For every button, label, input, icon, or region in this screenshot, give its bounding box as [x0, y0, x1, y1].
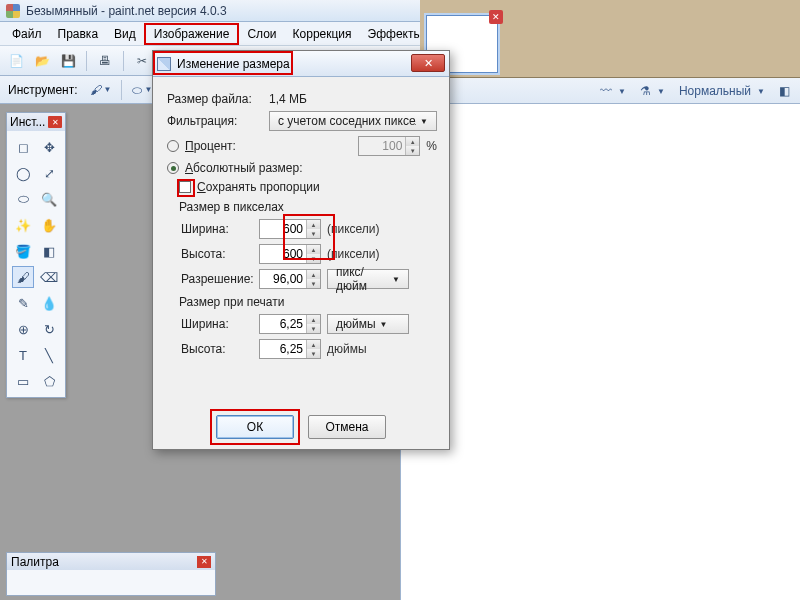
keep-aspect-checkbox[interactable] [179, 181, 191, 193]
right-toolbar: 〰▼ ⚗▼ Нормальный▼ ◧ [600, 84, 790, 98]
print-unit-dropdown[interactable]: дюймы ▼ [327, 314, 409, 334]
brush-icon: 🖌 [90, 83, 102, 97]
spin-down-icon[interactable]: ▼ [306, 349, 320, 358]
resolution-spinner[interactable]: ▲▼ [259, 269, 321, 289]
gradient-tool-icon[interactable]: ◧ [38, 240, 60, 262]
cancel-button[interactable]: Отмена [308, 415, 386, 439]
close-document-icon[interactable]: ✕ [489, 10, 503, 24]
spin-up-icon[interactable]: ▲ [306, 340, 320, 349]
open-file-icon[interactable]: 📂 [32, 51, 52, 71]
dialog-title: Изменение размера [177, 57, 290, 71]
app-logo-icon [6, 4, 20, 18]
tools-window-header[interactable]: Инст... ✕ [7, 113, 65, 131]
ellipse-select-tool-icon[interactable]: ⬭ [12, 188, 34, 210]
chevron-down-icon: ▼ [420, 117, 428, 126]
spin-up-icon[interactable]: ▲ [306, 270, 320, 279]
separator [123, 51, 124, 71]
brush-tool-icon[interactable]: 🖌 [12, 266, 34, 288]
freeform-tool-icon[interactable]: ⬠ [38, 370, 60, 392]
close-icon[interactable]: ✕ [197, 556, 211, 568]
chevron-down-icon: ▼ [392, 275, 400, 284]
spin-down-icon[interactable]: ▼ [306, 279, 320, 288]
menu-file[interactable]: Файл [4, 25, 50, 43]
line-tool-icon[interactable]: ╲ [38, 344, 60, 366]
dialog-close-button[interactable]: ✕ [411, 54, 445, 72]
shape-dropdown[interactable]: ⬭▼ [132, 83, 152, 97]
print-height-input[interactable] [260, 340, 306, 358]
pan-tool-icon[interactable]: ✋ [38, 214, 60, 236]
fill-dropdown[interactable]: ⚗▼ [640, 84, 665, 98]
color-picker-tool-icon[interactable]: 💧 [38, 292, 60, 314]
dialog-titlebar[interactable]: Изменение размера ✕ [153, 51, 449, 77]
fill-tool-icon[interactable]: 🪣 [12, 240, 34, 262]
save-icon[interactable]: 💾 [58, 51, 78, 71]
menu-edit[interactable]: Правка [50, 25, 107, 43]
spin-down-icon[interactable]: ▼ [306, 324, 320, 333]
tool-label: Инструмент: [8, 83, 82, 97]
percent-spinner: ▲▼ [358, 136, 420, 156]
spin-up-icon[interactable]: ▲ [306, 220, 320, 229]
absolute-radio[interactable] [167, 162, 179, 174]
menu-image[interactable]: Изображение [144, 23, 240, 45]
ok-button[interactable]: ОК [216, 415, 294, 439]
cut-icon[interactable]: ✂ [132, 51, 152, 71]
move-selection-tool-icon[interactable]: ⤢ [38, 162, 60, 184]
spin-down-icon: ▼ [405, 146, 419, 155]
print-width-input[interactable] [260, 315, 306, 333]
spin-up-icon: ▲ [405, 137, 419, 146]
menu-adjust[interactable]: Коррекция [285, 25, 360, 43]
px-unit: (пиксели) [327, 247, 380, 261]
blend-mode-dropdown[interactable]: Нормальный▼ [679, 84, 765, 98]
close-icon[interactable]: ✕ [48, 116, 62, 128]
filter-dropdown[interactable]: с учетом соседних пикселов ▼ [269, 111, 437, 131]
flask-icon: ⚗ [640, 84, 651, 98]
spin-down-icon[interactable]: ▼ [306, 254, 320, 263]
print-width-spinner[interactable]: ▲▼ [259, 314, 321, 334]
spin-down-icon[interactable]: ▼ [306, 229, 320, 238]
tools-window-title: Инст... [10, 115, 45, 129]
print-unit-label: дюймы [327, 342, 367, 356]
resolution-label: Разрешение: [167, 272, 253, 286]
width-px-input[interactable] [260, 220, 306, 238]
opacity-icon[interactable]: ◧ [779, 84, 790, 98]
percent-radio[interactable] [167, 140, 179, 152]
percent-input [359, 137, 405, 155]
move-tool-icon[interactable]: ✥ [38, 136, 60, 158]
resize-icon [157, 57, 171, 71]
clone-tool-icon[interactable]: ⊕ [12, 318, 34, 340]
height-px-spinner[interactable]: ▲▼ [259, 244, 321, 264]
lasso-tool-icon[interactable]: ◯ [12, 162, 34, 184]
print-height-spinner[interactable]: ▲▼ [259, 339, 321, 359]
spin-up-icon[interactable]: ▲ [306, 315, 320, 324]
pixel-size-group: Размер в пикселах [167, 200, 437, 214]
eraser-tool-icon[interactable]: ⌫ [38, 266, 60, 288]
pencil-tool-icon[interactable]: ✎ [12, 292, 34, 314]
menu-view[interactable]: Вид [106, 25, 144, 43]
px-unit: (пиксели) [327, 222, 380, 236]
new-file-icon[interactable]: 📄 [6, 51, 26, 71]
text-tool-icon[interactable]: T [12, 344, 34, 366]
print-icon[interactable]: 🖶 [95, 51, 115, 71]
resolution-input[interactable] [260, 270, 306, 288]
tool-dropdown[interactable]: 🖌▼ [90, 83, 112, 97]
curve-dropdown[interactable]: 〰▼ [600, 84, 626, 98]
separator [86, 51, 87, 71]
rect-tool-icon[interactable]: ▭ [12, 370, 34, 392]
canvas-area[interactable] [400, 104, 800, 600]
palette-window-header[interactable]: Палитра ✕ [7, 553, 215, 570]
spin-up-icon[interactable]: ▲ [306, 245, 320, 254]
print-unit-value: дюймы [336, 317, 376, 331]
zoom-tool-icon[interactable]: 🔍 [38, 188, 60, 210]
menu-layers[interactable]: Слои [239, 25, 284, 43]
print-size-group: Размер при печати [167, 295, 437, 309]
main-window: ✕ Безымянный - paint.net версия 4.0.3 Фа… [0, 0, 800, 600]
recolor-tool-icon[interactable]: ↻ [38, 318, 60, 340]
magic-wand-tool-icon[interactable]: ✨ [12, 214, 34, 236]
height-label: Высота: [167, 247, 253, 261]
width-px-spinner[interactable]: ▲▼ [259, 219, 321, 239]
resolution-unit-value: пикс/дюйм [336, 265, 388, 293]
rect-select-tool-icon[interactable]: ◻ [12, 136, 34, 158]
filter-label: Фильтрация: [167, 114, 263, 128]
resolution-unit-dropdown[interactable]: пикс/дюйм ▼ [327, 269, 409, 289]
height-px-input[interactable] [260, 245, 306, 263]
